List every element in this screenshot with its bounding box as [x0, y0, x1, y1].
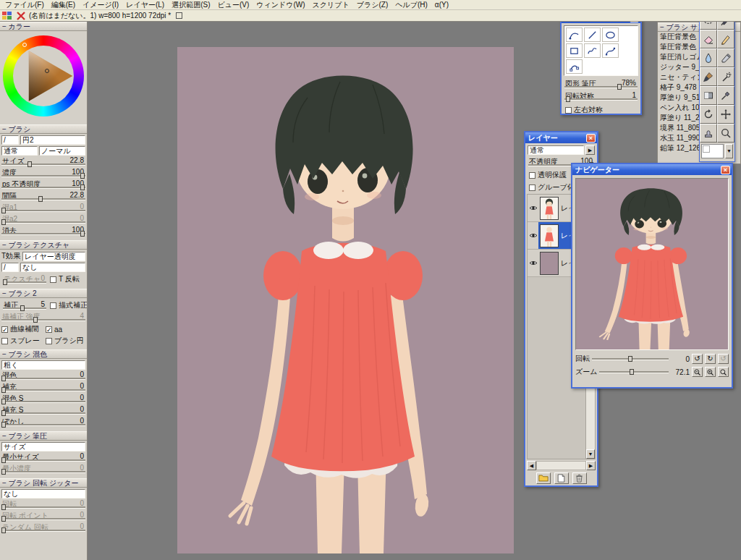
color-wheel[interactable] — [0, 31, 87, 121]
slider-track[interactable] — [1, 412, 85, 414]
slider[interactable]: サイズ22.8 — [1, 156, 85, 167]
menu-item-7[interactable]: スクリプト — [309, 0, 353, 10]
slider-track[interactable] — [1, 506, 85, 508]
menu-item-9[interactable]: ヘルプ(H) — [391, 0, 431, 10]
slider-handle[interactable] — [1, 422, 6, 428]
rotate-cw-button[interactable]: ↻ — [705, 354, 716, 364]
slider-track[interactable] — [1, 424, 85, 425]
shape-tool-curve-pen[interactable] — [566, 27, 583, 42]
slider-handle[interactable] — [566, 96, 570, 102]
layer-visibility-toggle[interactable] — [528, 205, 538, 211]
slider[interactable]: 図形 筆圧78% — [564, 78, 638, 90]
layer-list-hscrollbar[interactable]: ◀▶ — [527, 461, 596, 470]
layers-titlebar[interactable]: レイヤー × — [525, 132, 597, 143]
slider[interactable]: 混a20 — [1, 213, 85, 225]
slider[interactable]: 混a10 — [1, 202, 85, 213]
tool-rotate[interactable] — [700, 105, 717, 124]
selection-shape-icon[interactable] — [176, 12, 182, 19]
shape-tool-line[interactable] — [584, 27, 601, 42]
brush-option-dropdown[interactable]: / — [1, 135, 19, 145]
checkbox-box[interactable]: ✓ — [1, 326, 8, 333]
slider-handle[interactable] — [1, 399, 6, 404]
navigator-titlebar[interactable]: ナビゲーター × — [572, 164, 732, 175]
slider[interactable]: 回転0 — [1, 499, 85, 510]
navigator-preview[interactable] — [575, 178, 729, 350]
slider[interactable]: 混色0 — [1, 370, 85, 381]
slider-track[interactable] — [3, 307, 46, 309]
tool-eraser[interactable] — [700, 30, 717, 48]
slider[interactable]: ぼかし0 — [1, 416, 85, 428]
panel-section-header[interactable]: − ブラシ 混色 — [0, 349, 87, 359]
rotate-ccw-button[interactable]: ↺ — [692, 354, 703, 364]
slider[interactable]: 最小濃度0 — [1, 463, 85, 475]
shape-tool-edit-points[interactable] — [566, 59, 583, 74]
tool-pencil[interactable] — [717, 30, 734, 48]
tool-eyedropper[interactable] — [717, 86, 734, 105]
mirror-checkbox[interactable]: 左右対称 — [565, 105, 640, 115]
brush-option-dropdown[interactable]: なし — [1, 489, 85, 499]
menu-item-0[interactable]: ファイル(F) — [1, 0, 48, 10]
brush-option-dropdown[interactable]: 円2 — [20, 135, 85, 145]
slider[interactable]: 間隔22.8 — [1, 190, 85, 202]
checkbox-box[interactable] — [1, 338, 8, 344]
slider-handle[interactable] — [1, 410, 6, 416]
nav-slider-handle[interactable] — [630, 369, 634, 375]
menu-item-6[interactable]: ウィンドウ(W) — [253, 0, 308, 10]
slider-track[interactable] — [564, 86, 638, 88]
tool-gradient[interactable] — [700, 86, 717, 105]
slider-track[interactable] — [1, 378, 85, 379]
panel-section-header[interactable]: − ブラシ 回転 ジッター — [0, 478, 87, 488]
menu-item-5[interactable]: ビュー(V) — [214, 0, 253, 10]
slider-track[interactable] — [1, 530, 85, 531]
brush-option-dropdown[interactable]: ノーマル — [39, 146, 85, 156]
red-tool-icon[interactable] — [15, 11, 27, 21]
slider[interactable]: 消去100 — [1, 225, 85, 237]
slider-handle[interactable] — [1, 376, 6, 381]
menu-item-8[interactable]: ブラシ(Z) — [353, 0, 391, 10]
tool-zoom[interactable] — [717, 124, 734, 143]
slider-handle[interactable] — [1, 504, 6, 510]
layer-thumbnail[interactable] — [540, 197, 559, 220]
panel-section-header[interactable]: − ブラシ 2 — [0, 289, 87, 298]
slider-handle[interactable] — [33, 317, 38, 323]
nav-slider-track[interactable] — [599, 371, 669, 373]
slider-handle[interactable] — [80, 173, 85, 179]
color-swatch[interactable] — [701, 144, 724, 158]
menu-item-3[interactable]: レイヤー(L) — [122, 0, 168, 10]
brush-option-dropdown[interactable]: 通常 — [1, 146, 38, 156]
slider-handle[interactable] — [617, 84, 622, 90]
slider-track[interactable] — [1, 518, 85, 519]
slider[interactable]: 描補正 強度4 — [1, 311, 85, 323]
color-grid-icon[interactable] — [1, 11, 13, 21]
nav-slider-track[interactable] — [592, 358, 669, 360]
slider-handle[interactable] — [1, 208, 6, 213]
checkbox-box[interactable]: ✓ — [46, 326, 52, 333]
slider-track[interactable] — [1, 471, 85, 472]
scroll-down-button[interactable]: ▼ — [586, 449, 595, 459]
option-checkbox[interactable]: ✓aa — [46, 326, 62, 334]
zoom-out-button[interactable] — [692, 367, 703, 377]
panel-section-header[interactable]: − ブラシ — [0, 124, 87, 134]
slider[interactable]: 補充 S0 — [1, 404, 85, 416]
slider-track[interactable] — [1, 233, 85, 234]
slider-handle[interactable] — [1, 387, 6, 393]
slider[interactable]: 回転 ポイント0 — [1, 510, 85, 522]
layer-visibility-toggle[interactable] — [528, 232, 538, 239]
zoom-reset-button[interactable] — [718, 367, 729, 377]
canvas-document[interactable] — [177, 47, 514, 553]
brush-option-dropdown[interactable]: 粗く — [1, 360, 85, 370]
slider-track[interactable] — [564, 98, 638, 100]
nav-slider-handle[interactable] — [628, 356, 632, 362]
slider-handle[interactable] — [1, 457, 6, 463]
slider-track[interactable] — [1, 459, 85, 461]
checkbox-box[interactable] — [529, 184, 535, 191]
slider[interactable]: 濃度100 — [1, 167, 85, 179]
option-checkbox[interactable]: ✓曲線補間 — [1, 324, 43, 334]
scroll-right-button[interactable]: ▶ — [586, 461, 596, 470]
menu-item-4[interactable]: 選択範囲(S) — [168, 0, 213, 10]
tool-move[interactable] — [717, 105, 734, 124]
slider-handle[interactable] — [80, 184, 85, 190]
slider-handle[interactable] — [1, 527, 6, 533]
tool-stamp[interactable] — [700, 124, 717, 143]
option-checkbox[interactable]: 描式補正 — [50, 300, 88, 310]
